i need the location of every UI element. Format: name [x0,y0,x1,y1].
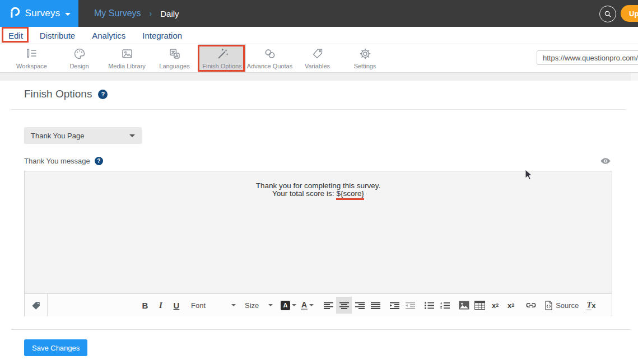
superscript-button[interactable]: x2 [503,297,519,314]
text-color-button[interactable]: A [301,301,314,310]
editor-toolbar: B I U Font Size A A [25,293,612,316]
justify-button[interactable] [367,297,383,314]
editor-content-area[interactable]: Thank you for completing this survey. Yo… [25,171,612,293]
insert-variable-button[interactable] [25,294,47,316]
tab-distribute[interactable]: Distribute [40,31,75,40]
ribbon-item-finish-options[interactable]: Finish Options [198,44,246,72]
survey-url-field[interactable] [537,50,638,65]
ribbon-label: Finish Options [202,63,241,69]
remove-format-button[interactable]: Tx [583,297,599,314]
ribbon-label: Languages [159,63,189,69]
chevron-down-icon [292,304,296,306]
font-dropdown[interactable]: Font [191,301,236,310]
gear-icon [358,47,372,60]
remove-format-x: x [592,301,595,310]
source-label: Source [556,301,579,310]
workspace-icon [25,47,39,60]
finish-type-dropdown[interactable]: Thank You Page [24,127,142,144]
link-chain-icon [525,302,537,309]
breadcrumb: My Surveys › Daily [94,0,179,27]
source-document-icon [544,301,553,310]
finish-type-value: Thank You Page [31,132,84,140]
background-color-button[interactable]: A [281,301,296,310]
align-center-button[interactable] [336,297,352,314]
numbered-list-icon [440,302,450,309]
preview-button[interactable] [600,157,611,167]
ribbon-item-design[interactable]: Design [55,44,103,72]
italic-button[interactable]: I [153,297,169,314]
insert-table-button[interactable] [472,297,487,314]
tab-integration[interactable]: Integration [142,31,182,40]
toolbar-separator [47,294,48,316]
align-left-button[interactable] [320,297,336,314]
align-right-button[interactable] [352,297,367,314]
image-icon [459,301,469,310]
section-divider [11,329,630,330]
ribbon-item-settings[interactable]: Settings [341,44,389,72]
breadcrumb-current-survey: Daily [160,9,179,18]
save-changes-button[interactable]: Save Changes [24,339,87,356]
increase-indent-button[interactable] [386,297,402,314]
ribbon-item-media-library[interactable]: Media Library [103,44,151,72]
justify-icon [371,302,380,309]
product-switcher[interactable]: Surveys [0,0,78,27]
ribbon-label: Design [69,63,89,69]
page-background-strip [0,73,638,81]
source-button[interactable]: Source [544,297,579,314]
insert-link-button[interactable] [523,297,539,314]
underline-button[interactable]: U [169,297,184,314]
align-left-icon [324,302,333,309]
tab-edit-label: Edit [8,31,23,43]
ribbon-item-variables[interactable]: Variables [294,44,341,72]
breadcrumb-separator: › [150,9,152,18]
chevron-down-icon [309,304,314,306]
help-icon[interactable]: ? [98,90,108,99]
languages-icon [168,47,181,60]
finish-options-panel: Finish Options ? Thank You Page Thank Yo… [0,81,638,364]
search-button[interactable] [599,6,616,22]
bullet-list-button[interactable] [421,297,437,314]
ribbon-item-workspace[interactable]: Workspace [8,44,55,72]
chevron-down-icon [268,304,273,306]
magic-wand-icon [216,47,229,60]
remove-format-t: T [586,300,592,310]
upgrade-label: Up [629,10,638,18]
size-dropdown[interactable]: Size [245,301,273,310]
subscript-base: x [492,301,496,310]
ribbon-item-languages[interactable]: Languages [151,44,198,72]
chain-links-icon [263,47,277,60]
tab-edit[interactable]: Edit [8,31,23,40]
ribbon-label: Settings [354,63,376,69]
section-divider [11,109,626,110]
align-right-icon [355,302,365,309]
superscript-base: x [507,301,511,310]
numbered-list-button[interactable] [437,297,453,314]
size-dropdown-label: Size [245,301,259,310]
insert-image-button[interactable] [456,297,472,314]
subscript-button[interactable]: x2 [487,297,503,314]
decrease-indent-button[interactable] [402,297,418,314]
superscript-digit: 2 [511,302,514,308]
search-icon [603,10,612,18]
indent-icon [390,302,399,309]
background-color-chip: A [281,301,290,310]
tag-icon [311,47,324,60]
ribbon-label: Advance Quotas [247,63,292,69]
ribbon-item-advance-quotas[interactable]: Advance Quotas [246,44,294,72]
tab-analytics[interactable]: Analytics [92,31,125,40]
ribbon-label: Media Library [108,63,146,69]
questionpro-logo [8,6,20,21]
thank-you-message-editor: Thank you for completing this survey. Yo… [24,171,612,316]
bold-button[interactable]: B [137,297,153,314]
product-name: Surveys [25,8,60,19]
help-icon[interactable]: ? [95,157,103,165]
subscript-digit: 2 [496,302,499,308]
upgrade-button[interactable]: Up [621,5,638,22]
breadcrumb-my-surveys[interactable]: My Surveys [94,8,141,18]
tag-filled-icon [31,300,41,311]
chevron-down-icon [65,13,71,16]
design-palette-icon [73,47,86,60]
edit-ribbon: Workspace Design Media Library [0,44,638,73]
chevron-down-icon [129,134,135,137]
top-header-bar: Surveys My Surveys › Daily Up [0,0,638,27]
